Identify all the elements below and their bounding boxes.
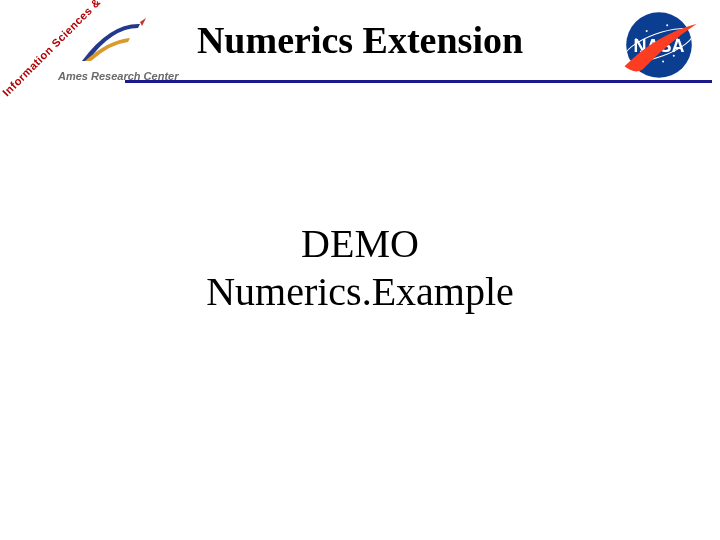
svg-point-1 (646, 30, 648, 32)
svg-point-2 (666, 24, 668, 26)
slide-title: Numerics Extension (0, 18, 720, 62)
slide-header: Information Sciences & Technology Ames R… (0, 0, 720, 110)
header-rule (125, 80, 712, 83)
body-line-1: DEMO (0, 220, 720, 268)
slide: Information Sciences & Technology Ames R… (0, 0, 720, 540)
slide-body: DEMO Numerics.Example (0, 220, 720, 316)
body-line-2: Numerics.Example (0, 268, 720, 316)
svg-point-5 (662, 60, 664, 62)
nasa-logo-icon: NASA (618, 10, 700, 80)
